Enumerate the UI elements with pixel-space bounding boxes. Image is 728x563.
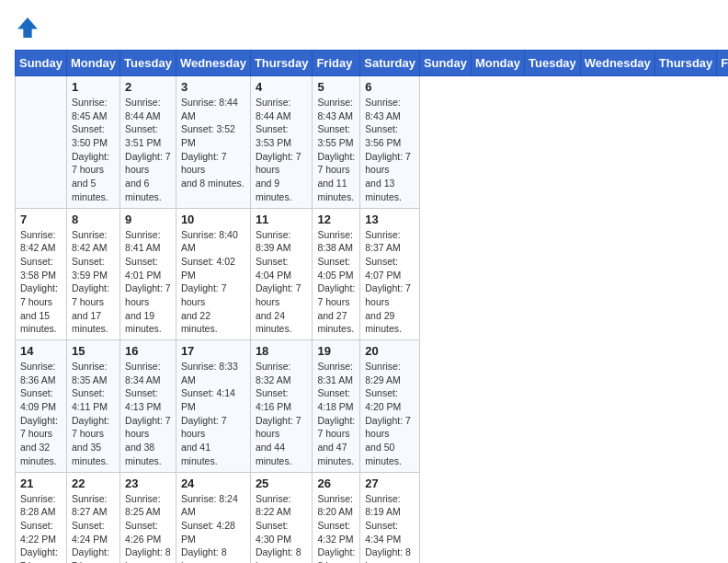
day-info: Sunrise: 8:44 AMSunset: 3:53 PMDaylight:… — [256, 96, 308, 204]
calendar-week-row: 14Sunrise: 8:36 AMSunset: 4:09 PMDayligh… — [16, 340, 729, 473]
day-number: 14 — [20, 344, 62, 358]
calendar-cell: 13Sunrise: 8:37 AMSunset: 4:07 PMDayligh… — [360, 208, 420, 340]
day-info: Sunrise: 8:40 AMSunset: 4:02 PMDaylight:… — [181, 228, 245, 337]
calendar-cell: 2Sunrise: 8:44 AMSunset: 3:51 PMDaylight… — [120, 76, 176, 209]
day-number: 22 — [72, 477, 115, 490]
calendar-cell: 22Sunrise: 8:27 AMSunset: 4:24 PMDayligh… — [66, 472, 119, 563]
day-number: 23 — [125, 477, 171, 490]
calendar-cell: 21Sunrise: 8:28 AMSunset: 4:22 PMDayligh… — [16, 472, 67, 563]
day-number: 3 — [181, 80, 245, 94]
weekday-header-monday: Monday — [471, 51, 524, 76]
logo-icon — [15, 15, 40, 40]
day-info: Sunrise: 8:36 AMSunset: 4:09 PMDaylight:… — [20, 360, 62, 468]
calendar-cell — [16, 76, 67, 209]
day-number: 10 — [181, 213, 245, 226]
header-sunday: Sunday — [16, 51, 67, 76]
day-number: 27 — [365, 477, 415, 490]
calendar-cell: 15Sunrise: 8:35 AMSunset: 4:11 PMDayligh… — [66, 340, 119, 473]
day-info: Sunrise: 8:19 AMSunset: 4:34 PMDaylight:… — [365, 492, 415, 564]
calendar-cell: 7Sunrise: 8:42 AMSunset: 3:58 PMDaylight… — [16, 208, 67, 340]
calendar-table: SundayMondayTuesdayWednesdayThursdayFrid… — [15, 50, 728, 563]
header-friday: Friday — [313, 51, 360, 76]
day-info: Sunrise: 8:31 AMSunset: 4:18 PMDaylight:… — [317, 360, 355, 468]
calendar-cell: 10Sunrise: 8:40 AMSunset: 4:02 PMDayligh… — [176, 208, 250, 340]
day-info: Sunrise: 8:29 AMSunset: 4:20 PMDaylight:… — [365, 360, 415, 468]
day-number: 11 — [256, 213, 308, 226]
day-number: 7 — [20, 213, 62, 226]
weekday-header-friday: Friday — [717, 51, 728, 76]
calendar-cell: 20Sunrise: 8:29 AMSunset: 4:20 PMDayligh… — [360, 340, 420, 473]
logo — [15, 15, 44, 40]
svg-marker-0 — [17, 17, 38, 38]
day-number: 24 — [181, 477, 245, 490]
calendar-cell: 3Sunrise: 8:44 AMSunset: 3:52 PMDaylight… — [176, 76, 250, 209]
day-info: Sunrise: 8:43 AMSunset: 3:56 PMDaylight:… — [365, 96, 415, 204]
day-info: Sunrise: 8:20 AMSunset: 4:32 PMDaylight:… — [317, 492, 355, 564]
day-info: Sunrise: 8:45 AMSunset: 3:50 PMDaylight:… — [72, 96, 115, 204]
calendar-header-row: SundayMondayTuesdayWednesdayThursdayFrid… — [16, 51, 729, 76]
day-info: Sunrise: 8:33 AMSunset: 4:14 PMDaylight:… — [181, 360, 245, 468]
day-number: 25 — [256, 477, 308, 490]
day-info: Sunrise: 8:27 AMSunset: 4:24 PMDaylight:… — [72, 492, 115, 564]
day-info: Sunrise: 8:44 AMSunset: 3:52 PMDaylight:… — [181, 96, 245, 190]
day-info: Sunrise: 8:42 AMSunset: 3:58 PMDaylight:… — [20, 228, 62, 337]
calendar-week-row: 21Sunrise: 8:28 AMSunset: 4:22 PMDayligh… — [16, 472, 729, 563]
calendar-cell: 14Sunrise: 8:36 AMSunset: 4:09 PMDayligh… — [16, 340, 67, 473]
day-number: 16 — [125, 344, 171, 358]
day-info: Sunrise: 8:43 AMSunset: 3:55 PMDaylight:… — [317, 96, 355, 204]
day-info: Sunrise: 8:24 AMSunset: 4:28 PMDaylight:… — [181, 492, 245, 564]
calendar-cell: 8Sunrise: 8:42 AMSunset: 3:59 PMDaylight… — [66, 208, 119, 340]
day-number: 9 — [125, 213, 171, 226]
day-info: Sunrise: 8:37 AMSunset: 4:07 PMDaylight:… — [365, 228, 415, 337]
day-number: 21 — [20, 477, 62, 490]
weekday-header-thursday: Thursday — [654, 51, 717, 76]
day-number: 13 — [365, 213, 415, 226]
header-monday: Monday — [66, 51, 119, 76]
day-info: Sunrise: 8:34 AMSunset: 4:13 PMDaylight:… — [125, 360, 171, 468]
calendar-week-row: 1Sunrise: 8:45 AMSunset: 3:50 PMDaylight… — [16, 76, 729, 209]
day-info: Sunrise: 8:44 AMSunset: 3:51 PMDaylight:… — [125, 96, 171, 204]
day-number: 2 — [125, 80, 171, 94]
calendar-cell: 25Sunrise: 8:22 AMSunset: 4:30 PMDayligh… — [250, 472, 313, 563]
day-number: 15 — [72, 344, 115, 358]
day-number: 26 — [317, 477, 355, 490]
day-info: Sunrise: 8:25 AMSunset: 4:26 PMDaylight:… — [125, 492, 171, 564]
calendar-cell: 12Sunrise: 8:38 AMSunset: 4:05 PMDayligh… — [313, 208, 360, 340]
day-info: Sunrise: 8:39 AMSunset: 4:04 PMDaylight:… — [256, 228, 308, 337]
calendar-cell: 23Sunrise: 8:25 AMSunset: 4:26 PMDayligh… — [120, 472, 176, 563]
day-number: 4 — [256, 80, 308, 94]
weekday-header-wednesday: Wednesday — [580, 51, 654, 76]
calendar-cell: 27Sunrise: 8:19 AMSunset: 4:34 PMDayligh… — [360, 472, 420, 563]
day-info: Sunrise: 8:32 AMSunset: 4:16 PMDaylight:… — [256, 360, 308, 468]
weekday-header-sunday: Sunday — [419, 51, 471, 76]
calendar-cell: 24Sunrise: 8:24 AMSunset: 4:28 PMDayligh… — [176, 472, 250, 563]
day-number: 5 — [317, 80, 355, 94]
day-info: Sunrise: 8:42 AMSunset: 3:59 PMDaylight:… — [72, 228, 115, 337]
day-number: 12 — [317, 213, 355, 226]
day-info: Sunrise: 8:38 AMSunset: 4:05 PMDaylight:… — [317, 228, 355, 337]
header-wednesday: Wednesday — [176, 51, 250, 76]
calendar-cell: 5Sunrise: 8:43 AMSunset: 3:55 PMDaylight… — [313, 76, 360, 209]
day-number: 8 — [72, 213, 115, 226]
calendar-cell: 4Sunrise: 8:44 AMSunset: 3:53 PMDaylight… — [250, 76, 313, 209]
day-info: Sunrise: 8:22 AMSunset: 4:30 PMDaylight:… — [256, 492, 308, 564]
calendar-cell: 19Sunrise: 8:31 AMSunset: 4:18 PMDayligh… — [313, 340, 360, 473]
header-thursday: Thursday — [250, 51, 313, 76]
calendar-week-row: 7Sunrise: 8:42 AMSunset: 3:58 PMDaylight… — [16, 208, 729, 340]
day-number: 17 — [181, 344, 245, 358]
day-number: 6 — [365, 80, 415, 94]
calendar-cell: 9Sunrise: 8:41 AMSunset: 4:01 PMDaylight… — [120, 208, 176, 340]
calendar-cell: 11Sunrise: 8:39 AMSunset: 4:04 PMDayligh… — [250, 208, 313, 340]
calendar-cell: 16Sunrise: 8:34 AMSunset: 4:13 PMDayligh… — [120, 340, 176, 473]
calendar-cell: 26Sunrise: 8:20 AMSunset: 4:32 PMDayligh… — [313, 472, 360, 563]
calendar-cell: 1Sunrise: 8:45 AMSunset: 3:50 PMDaylight… — [66, 76, 119, 209]
day-number: 19 — [317, 344, 355, 358]
day-number: 20 — [365, 344, 415, 358]
weekday-header-tuesday: Tuesday — [525, 51, 581, 76]
day-info: Sunrise: 8:35 AMSunset: 4:11 PMDaylight:… — [72, 360, 115, 468]
header-tuesday: Tuesday — [120, 51, 176, 76]
day-number: 18 — [256, 344, 308, 358]
day-number: 1 — [72, 80, 115, 94]
calendar-cell: 18Sunrise: 8:32 AMSunset: 4:16 PMDayligh… — [250, 340, 313, 473]
header-saturday: Saturday — [360, 51, 420, 76]
